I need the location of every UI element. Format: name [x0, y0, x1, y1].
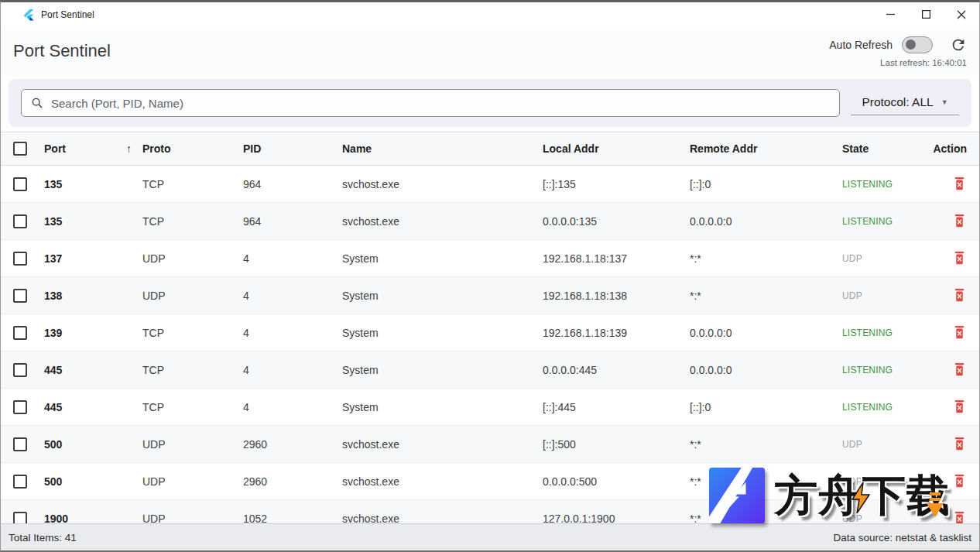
cell-state: LISTENING: [842, 179, 926, 190]
row-checkbox[interactable]: [13, 326, 27, 340]
column-header-action[interactable]: Action: [926, 142, 967, 155]
refresh-zone: Auto Refresh Last refresh: 16:40:01: [829, 35, 968, 67]
kill-process-button[interactable]: [951, 287, 967, 304]
column-header-pid[interactable]: PID: [243, 142, 342, 155]
cell-local-addr: [::]:500: [543, 438, 690, 451]
delete-icon: [953, 177, 966, 191]
column-label: Name: [342, 142, 372, 155]
app-header: Port Sentinel Auto Refresh Last refresh:…: [1, 26, 979, 76]
column-header-local-addr[interactable]: Local Addr: [543, 142, 690, 155]
cell-state: UDP: [842, 513, 926, 524]
cell-pid: 964: [243, 178, 342, 190]
row-checkbox[interactable]: [13, 252, 27, 266]
minimize-button[interactable]: [872, 2, 908, 26]
table-row: 500UDP2960svchost.exe0.0.0.0:500*:*UDP: [1, 463, 979, 500]
select-all-checkbox[interactable]: [13, 142, 27, 156]
table-body: 135TCP964svchost.exe[::]:135[::]:0LISTEN…: [1, 166, 979, 523]
kill-process-button[interactable]: [951, 399, 967, 416]
table-row: 137UDP4System192.168.1.18:137*:*UDP: [1, 240, 979, 277]
cell-proto: UDP: [142, 475, 243, 488]
refresh-icon: [950, 36, 967, 53]
cell-state: UDP: [842, 253, 926, 264]
cell-pid: 2960: [243, 475, 342, 488]
protocol-filter-label: Protocol: ALL: [862, 95, 933, 109]
title-bar: Port Sentinel: [1, 2, 979, 26]
cell-local-addr: 192.168.1.18:137: [543, 252, 690, 265]
column-label: Local Addr: [543, 142, 599, 155]
cell-name: System: [342, 364, 543, 376]
row-checkbox[interactable]: [13, 437, 27, 451]
row-checkbox[interactable]: [13, 475, 27, 489]
kill-process-button[interactable]: [951, 213, 967, 230]
table-row: 138UDP4System192.168.1.18:138*:*UDP: [1, 277, 979, 314]
cell-port: 137: [44, 252, 142, 265]
kill-process-button[interactable]: [951, 510, 967, 524]
search-box[interactable]: [21, 89, 840, 117]
row-checkbox[interactable]: [13, 512, 27, 524]
cell-name: System: [342, 401, 543, 413]
delete-icon: [953, 399, 966, 414]
kill-process-button[interactable]: [951, 324, 967, 341]
column-label: State: [842, 142, 869, 155]
delete-icon: [953, 362, 966, 377]
cell-name: System: [342, 327, 543, 339]
row-checkbox[interactable]: [13, 177, 27, 191]
cell-pid: 964: [243, 215, 342, 228]
kill-process-button[interactable]: [951, 250, 967, 267]
cell-pid: 4: [243, 252, 342, 265]
refresh-button[interactable]: [948, 35, 968, 55]
search-input[interactable]: [51, 97, 830, 110]
column-label: PID: [243, 142, 261, 155]
toggle-knob: [906, 39, 916, 50]
column-header-state[interactable]: State: [842, 142, 926, 155]
column-header-port[interactable]: Port↑: [44, 142, 142, 155]
cell-local-addr: 127.0.0.1:1900: [543, 513, 690, 524]
cell-port: 135: [44, 215, 142, 228]
column-label: Port: [44, 142, 66, 155]
cell-remote-addr: *:*: [690, 438, 842, 451]
data-source-text: Data source: netstat & tasklist: [833, 532, 971, 543]
auto-refresh-toggle[interactable]: [902, 36, 933, 53]
delete-icon: [953, 214, 966, 228]
cell-pid: 2960: [243, 438, 342, 451]
flutter-app-icon: [22, 9, 35, 21]
cell-name: svchost.exe: [342, 513, 543, 524]
app-window: Port Sentinel Port Sentinel Auto Refresh: [0, 0, 980, 552]
cell-local-addr: [::]:135: [543, 178, 690, 190]
cell-state: UDP: [842, 439, 926, 450]
sort-ascending-icon: ↑: [126, 142, 132, 155]
cell-name: svchost.exe: [342, 215, 543, 228]
cell-proto: TCP: [142, 215, 243, 228]
chevron-down-icon: ▼: [941, 98, 948, 106]
kill-process-button[interactable]: [951, 436, 967, 453]
table-row: 139TCP4System192.168.1.18:1390.0.0.0:0LI…: [1, 314, 979, 351]
cell-state: LISTENING: [842, 216, 926, 227]
cell-proto: TCP: [142, 401, 243, 413]
row-checkbox[interactable]: [13, 363, 27, 377]
kill-process-button[interactable]: [951, 362, 967, 379]
row-checkbox[interactable]: [13, 400, 27, 414]
column-header-proto[interactable]: Proto: [142, 142, 243, 155]
row-checkbox[interactable]: [13, 289, 27, 303]
cell-proto: TCP: [142, 178, 243, 190]
table-row: 445TCP4System0.0.0.0:4450.0.0.0:0LISTENI…: [1, 351, 979, 389]
cell-local-addr: 192.168.1.18:139: [543, 327, 690, 339]
cell-port: 1900: [44, 513, 142, 524]
cell-port: 139: [44, 327, 142, 339]
column-label: Proto: [142, 142, 171, 155]
cell-name: svchost.exe: [342, 178, 543, 190]
maximize-button[interactable]: [908, 2, 944, 26]
protocol-filter-dropdown[interactable]: Protocol: ALL ▼: [851, 91, 959, 115]
close-button[interactable]: [944, 2, 979, 26]
kill-process-button[interactable]: [951, 473, 967, 490]
column-header-remote-addr[interactable]: Remote Addr: [690, 142, 842, 155]
cell-remote-addr: *:*: [690, 513, 842, 524]
kill-process-button[interactable]: [951, 176, 967, 193]
cell-proto: UDP: [142, 290, 243, 302]
cell-remote-addr: *:*: [690, 252, 842, 265]
cell-remote-addr: *:*: [690, 475, 842, 488]
column-header-name[interactable]: Name: [342, 142, 543, 155]
row-checkbox[interactable]: [13, 214, 27, 228]
auto-refresh-label: Auto Refresh: [829, 39, 893, 51]
cell-proto: TCP: [142, 364, 243, 376]
